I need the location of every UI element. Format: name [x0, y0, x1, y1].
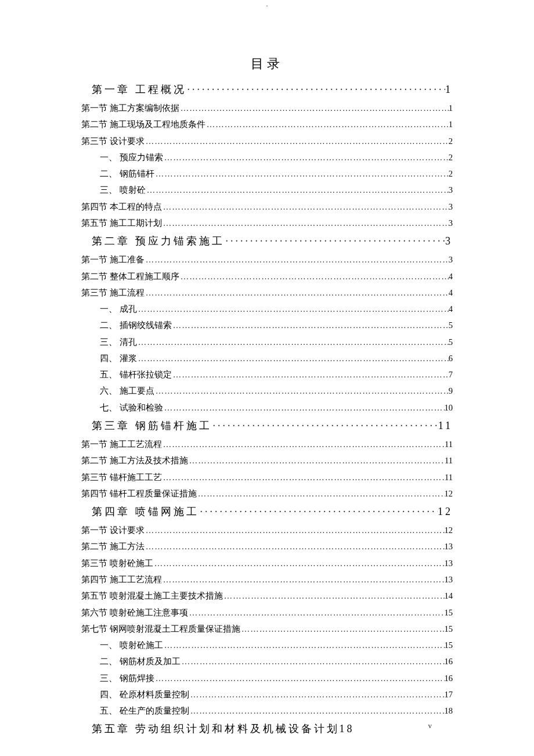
toc-dots: …………………………………………………………………………………………………………… — [179, 268, 449, 285]
toc-dots: ········································… — [186, 80, 446, 100]
header-dot: . — [0, 0, 534, 9]
toc-entry-label: 四、 灌浆 — [100, 350, 137, 366]
toc-entry: 第一节 设计要求……………………………………………………………………………………… — [81, 522, 453, 538]
toc-dots: …………………………………………………………………………………………………………… — [154, 383, 449, 399]
toc-entry: 七、 试验和检验……………………………………………………………………………………… — [81, 399, 453, 416]
toc-entry: 第四章 喷锚网施工·······························… — [81, 502, 453, 522]
toc-entry: 第四节 施工工艺流程………………………………………………………………………………… — [81, 571, 453, 588]
toc-entry-page: 18 — [445, 703, 453, 719]
toc-entry: 第三节 施工流程……………………………………………………………………………………… — [81, 285, 453, 301]
toc-entry-label: 三、 喷射砼 — [100, 182, 146, 198]
toc-entry-label: 六、 施工要点 — [100, 383, 154, 399]
toc-dots: …………………………………………………………………………………………………………… — [145, 538, 445, 555]
toc-entry-page: 16 — [445, 670, 453, 686]
toc-entry: 第五章 劳动组织计划和材料及机械设备计划18 — [81, 719, 453, 739]
toc-entry-page: 11 — [445, 452, 453, 469]
toc-entry-label: 第一节 施工方案编制依据 — [81, 100, 179, 116]
toc-entry: 一、 成孔……………………………………………………………………………………………… — [81, 301, 453, 317]
toc-entry: 第一节 施工准备……………………………………………………………………………………… — [81, 251, 453, 268]
toc-dots: …………………………………………………………………………………………………………… — [137, 301, 449, 317]
toc-entry: 第一章 工程概况································… — [81, 80, 453, 100]
toc-entry-label: 三、 钢筋焊接 — [100, 670, 154, 686]
toc-entry-label: 第五节 施工工期计划 — [81, 215, 162, 231]
toc-dots: …………………………………………………………………………………………………………… — [145, 251, 449, 268]
toc-entry-page: 11 — [438, 416, 453, 436]
toc-dots: ········································… — [199, 502, 438, 522]
toc-dots: …………………………………………………………………………………………………………… — [137, 350, 449, 366]
toc-entry: 第四节 本工程的特点………………………………………………………………………………… — [81, 199, 453, 215]
toc-dots: …………………………………………………………………………………………………………… — [179, 100, 449, 116]
toc-dots: …………………………………………………………………………………………………………… — [146, 182, 449, 198]
toc-entry-page: 14 — [445, 588, 453, 604]
toc-entry-label: 二、 插钢绞线锚索 — [100, 317, 172, 333]
toc-dots: …………………………………………………………………………………………………………… — [223, 588, 445, 604]
toc-entry: 二、 钢筋锚杆………………………………………………………………………………………… — [81, 165, 453, 182]
toc-dots: …………………………………………………………………………………………………………… — [153, 555, 445, 571]
toc-entry-page: 5 — [449, 317, 453, 333]
toc-entry: 第三节 设计要求……………………………………………………………………………………… — [81, 133, 453, 149]
toc-entry: 一、 喷射砼施工……………………………………………………………………………………… — [81, 637, 453, 653]
toc-entry-label: 第四节 锚杆工程质量保证措施 — [81, 485, 197, 502]
page-content: 目录 第一章 工程概况·····························… — [0, 20, 534, 756]
toc-dots: …………………………………………………………………………………………………………… — [162, 436, 445, 452]
toc-entry-label: 二、 钢筋材质及加工 — [100, 653, 181, 669]
toc-dots: …………………………………………………………………………………………………………… — [172, 366, 449, 383]
toc-dots: …………………………………………………………………………………………………………… — [162, 199, 449, 215]
toc-entry: 二、 钢筋材质及加工………………………………………………………………………………… — [81, 653, 453, 669]
toc-entry-label: 五、 砼生产的质量控制 — [100, 703, 189, 719]
toc-entry-label: 第六节 喷射砼施工注意事项 — [81, 604, 188, 621]
toc-entry: 第四节 锚杆工程质量保证措施……………………………………………………………………… — [81, 485, 453, 502]
toc-entry-page: 5 — [449, 334, 453, 350]
toc-entry-label: 第三节 锚杆施工工艺 — [81, 469, 162, 485]
toc-entry-label: 第三章 钢筋锚杆施工 — [92, 416, 212, 436]
toc-entry-label: 第一节 设计要求 — [81, 522, 145, 538]
toc-entry: 第一节 施工方案编制依据…………………………………………………………………………… — [81, 100, 453, 116]
toc-container: 第一章 工程概况································… — [81, 80, 453, 740]
toc-entry: 三、 钢筋焊接………………………………………………………………………………………… — [81, 670, 453, 686]
toc-entry: 第三节 喷射砼施工…………………………………………………………………………………… — [81, 555, 453, 571]
toc-dots: …………………………………………………………………………………………………………… — [205, 116, 449, 132]
toc-dots: ········································… — [212, 416, 438, 436]
toc-entry-label: 第三节 施工流程 — [81, 285, 145, 301]
toc-entry-page: 3 — [445, 231, 453, 251]
toc-entry-page: 12 — [445, 485, 453, 502]
toc-entry: 四、 灌浆……………………………………………………………………………………………… — [81, 350, 453, 366]
toc-entry-label: 第五章 劳动组织计划和材料及机械设备计划 — [92, 719, 340, 739]
toc-entry-page: 10 — [445, 399, 453, 416]
toc-dots: …………………………………………………………………………………………………………… — [163, 149, 449, 165]
toc-entry-label: 四、 砼原材料质量控制 — [100, 686, 189, 703]
toc-entry-label: 第一节 施工工艺流程 — [81, 436, 162, 452]
toc-dots: …………………………………………………………………………………………………………… — [189, 703, 445, 719]
toc-entry-page: 3 — [449, 251, 453, 268]
toc-entry-page: 18 — [340, 719, 355, 739]
toc-entry-page: 13 — [445, 571, 453, 588]
toc-dots: …………………………………………………………………………………………………………… — [188, 452, 445, 469]
toc-entry: 第一节 施工工艺流程………………………………………………………………………………… — [81, 436, 453, 452]
toc-entry-page: 1 — [449, 100, 453, 116]
toc-entry: 三、 喷射砼…………………………………………………………………………………………… — [81, 182, 453, 198]
toc-entry-page: 4 — [449, 285, 453, 301]
toc-entry-label: 第四章 喷锚网施工 — [92, 502, 199, 522]
toc-entry: 第六节 喷射砼施工注意事项………………………………………………………………………… — [81, 604, 453, 621]
toc-entry-page: 2 — [449, 165, 453, 182]
toc-entry-label: 第二节 施工方法及技术措施 — [81, 452, 188, 469]
toc-dots: …………………………………………………………………………………………………………… — [189, 686, 445, 703]
toc-entry: 六、 施工要点………………………………………………………………………………………… — [81, 383, 453, 399]
toc-entry-label: 第二节 施工现场及工程地质条件 — [81, 116, 205, 132]
toc-entry-page: 3 — [449, 182, 453, 198]
toc-entry-page: 3 — [449, 199, 453, 215]
toc-dots: …………………………………………………………………………………………………………… — [154, 165, 449, 182]
toc-entry: 第三节 锚杆施工工艺………………………………………………………………………………… — [81, 469, 453, 485]
toc-entry-label: 五、 锚杆张拉锁定 — [100, 366, 172, 383]
toc-entry-label: 一、 预应力锚索 — [100, 149, 163, 165]
toc-entry-page: 4 — [449, 268, 453, 285]
toc-dots: ········································… — [225, 231, 446, 251]
toc-dots: …………………………………………………………………………………………………………… — [197, 485, 445, 502]
toc-dots: …………………………………………………………………………………………………………… — [145, 133, 449, 149]
toc-entry-label: 二、 钢筋锚杆 — [100, 165, 154, 182]
toc-dots: …………………………………………………………………………………………………………… — [162, 469, 445, 485]
toc-entry-label: 第四节 施工工艺流程 — [81, 571, 162, 588]
toc-entry: 第七节 钢网喷射混凝土工程质量保证措施………………………………………………………… — [81, 621, 453, 637]
toc-entry-page: 17 — [445, 686, 453, 703]
toc-entry-page: 12 — [445, 522, 453, 538]
